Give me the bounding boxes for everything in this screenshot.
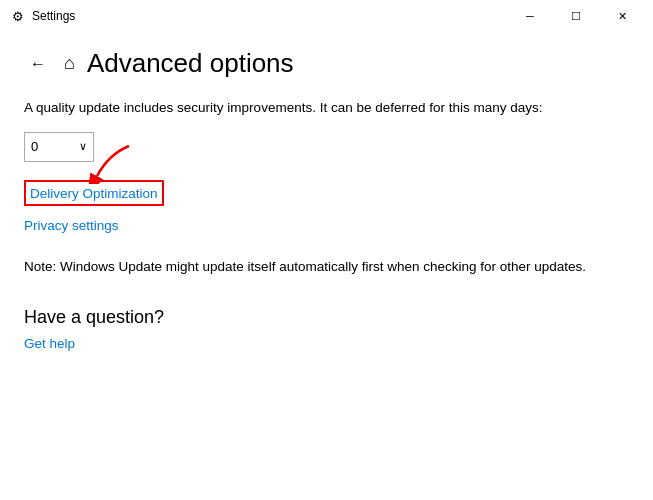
main-content: ← ⌂ Advanced options A quality update in… <box>0 32 653 368</box>
question-section: Have a question? Get help <box>24 307 629 352</box>
title-bar: ⚙ Settings ─ ☐ ✕ <box>0 0 653 32</box>
description-text: A quality update includes security impro… <box>24 99 629 118</box>
title-bar-title: Settings <box>32 9 75 23</box>
heading-row: ← ⌂ Advanced options <box>24 48 629 79</box>
delivery-optimization-box: Delivery Optimization <box>24 180 164 206</box>
back-arrow-icon: ← <box>30 55 46 73</box>
days-dropdown-wrapper: 0 ∨ <box>24 132 629 162</box>
page-title: Advanced options <box>87 48 294 79</box>
delivery-optimization-link[interactable]: Delivery Optimization <box>30 186 158 201</box>
note-text: Note: Windows Update might update itself… <box>24 257 629 277</box>
days-dropdown[interactable]: 0 ∨ <box>24 132 94 162</box>
home-icon: ⌂ <box>64 53 75 74</box>
chevron-down-icon: ∨ <box>79 140 87 153</box>
get-help-link[interactable]: Get help <box>24 336 75 351</box>
settings-icon: ⚙ <box>12 9 24 24</box>
question-heading: Have a question? <box>24 307 629 328</box>
links-section: Delivery Optimization Privacy settings <box>24 180 629 233</box>
title-bar-left: ⚙ Settings <box>12 9 75 24</box>
minimize-button[interactable]: ─ <box>507 0 553 32</box>
maximize-button[interactable]: ☐ <box>553 0 599 32</box>
title-bar-controls: ─ ☐ ✕ <box>507 0 645 32</box>
privacy-settings-link[interactable]: Privacy settings <box>24 218 629 233</box>
close-button[interactable]: ✕ <box>599 0 645 32</box>
back-button[interactable]: ← <box>24 50 52 78</box>
dropdown-value: 0 <box>31 139 79 154</box>
